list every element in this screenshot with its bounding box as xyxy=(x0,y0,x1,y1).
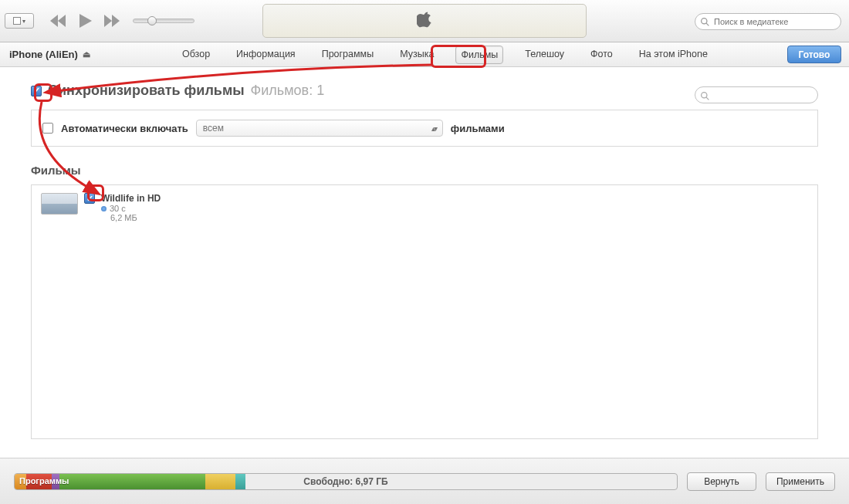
revert-button[interactable]: Вернуть xyxy=(687,472,756,491)
capacity-meter[interactable]: Программы Свободно: 6,97 ГБ xyxy=(14,473,678,490)
select-arrows-icon: ▴▾ xyxy=(431,124,436,133)
sync-movies-checkbox[interactable] xyxy=(31,86,42,96)
svg-line-1 xyxy=(706,23,709,25)
player-toolbar: ▾ xyxy=(0,0,849,42)
search-icon xyxy=(700,90,710,104)
unplayed-dot-icon xyxy=(101,206,107,211)
search-input[interactable] xyxy=(695,13,841,30)
film-count: Фильмов: 1 xyxy=(251,83,325,99)
capacity-bar: Программы Свободно: 6,97 ГБ Вернуть Прим… xyxy=(0,458,849,504)
apple-logo-icon xyxy=(417,11,432,31)
tab-on-device[interactable]: На этом iPhone xyxy=(634,46,712,64)
tab-overview[interactable]: Обзор xyxy=(178,46,215,64)
play-button[interactable] xyxy=(74,12,96,29)
done-button[interactable]: Готово xyxy=(787,46,841,63)
film-item: Wildlife in HD 30 с 6,2 МБ xyxy=(41,193,808,222)
device-navbar: iPhone (AliEn) ⏏ Обзор Информация Програ… xyxy=(0,42,849,67)
device-tabs: Обзор Информация Программы Музыка Фильмы… xyxy=(178,46,712,64)
films-word: фильмами xyxy=(451,123,505,134)
auto-include-label: Автоматически включать xyxy=(61,123,188,134)
tab-info[interactable]: Информация xyxy=(232,46,300,64)
playback-controls xyxy=(48,12,122,29)
apply-button[interactable]: Применить xyxy=(766,472,835,491)
filter-search[interactable] xyxy=(695,86,818,103)
capacity-seg-apps xyxy=(59,474,205,489)
tab-photos[interactable]: Фото xyxy=(586,46,617,64)
films-list-panel: Wildlife in HD 30 с 6,2 МБ xyxy=(31,184,818,439)
auto-include-select[interactable]: всем ▴▾ xyxy=(196,120,443,137)
tab-apps[interactable]: Программы xyxy=(317,46,379,64)
tab-tvshows[interactable]: Телешоу xyxy=(520,46,569,64)
select-value: всем xyxy=(203,123,224,134)
tab-movies[interactable]: Фильмы xyxy=(455,46,503,64)
content-area: Синхронизировать фильмы Фильмов: 1 Автом… xyxy=(0,67,849,439)
svg-line-3 xyxy=(706,97,709,100)
lcd-display xyxy=(262,4,587,38)
view-mode-toggle[interactable]: ▾ xyxy=(5,13,34,29)
previous-button[interactable] xyxy=(48,12,69,29)
capacity-seg-label: Программы xyxy=(19,476,69,485)
search-icon xyxy=(700,16,710,30)
film-checkbox[interactable] xyxy=(84,193,95,204)
volume-control xyxy=(133,19,194,23)
sync-title: Синхронизировать фильмы xyxy=(48,83,245,99)
device-name[interactable]: iPhone (AliEn) ⏏ xyxy=(9,49,90,60)
film-name: Wildlife in HD xyxy=(101,193,161,204)
next-button[interactable] xyxy=(100,12,122,29)
tab-music[interactable]: Музыка xyxy=(395,46,438,64)
capacity-seg-other xyxy=(205,474,235,489)
auto-include-checkbox[interactable] xyxy=(42,123,53,134)
svg-point-0 xyxy=(702,19,707,24)
films-section-title: Фильмы xyxy=(31,164,818,177)
film-size: 6,2 МБ xyxy=(110,213,161,222)
svg-point-2 xyxy=(702,93,707,98)
eject-icon[interactable]: ⏏ xyxy=(83,49,90,59)
capacity-seg-books xyxy=(235,474,245,489)
auto-include-panel: Автоматически включать всем ▴▾ фильмами xyxy=(31,110,818,147)
film-info: Wildlife in HD 30 с 6,2 МБ xyxy=(101,193,161,222)
film-duration: 30 с xyxy=(101,204,161,213)
capacity-free-label: Свободно: 6,97 ГБ xyxy=(303,476,387,487)
film-thumbnail xyxy=(41,193,78,215)
volume-slider[interactable] xyxy=(133,19,194,23)
library-search xyxy=(695,13,841,30)
